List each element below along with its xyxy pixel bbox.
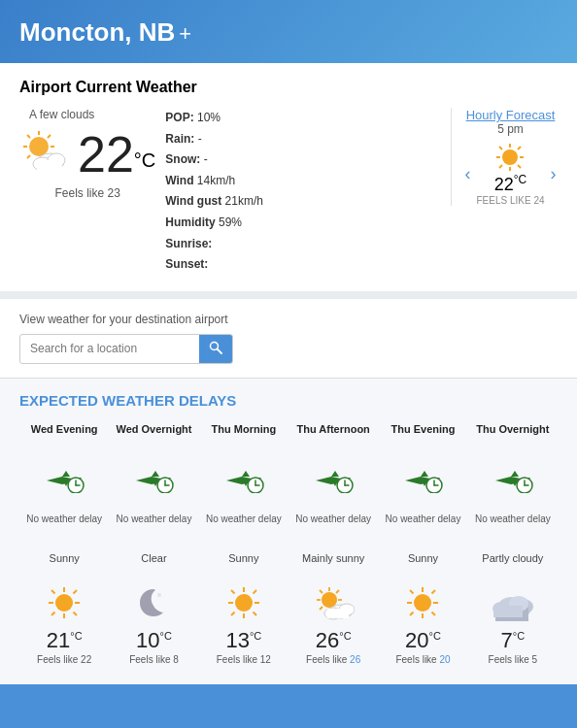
delay-status-text: No weather delay bbox=[475, 506, 551, 533]
delays-section: EXPECTED WEATHER DELAYS Wed Evening No w… bbox=[0, 379, 577, 684]
sun-icon bbox=[225, 584, 262, 621]
svg-point-27 bbox=[55, 594, 73, 612]
delay-temperature: 21°C bbox=[47, 630, 83, 651]
delay-plane-icon bbox=[43, 457, 85, 500]
delay-column-5: Thu Overnight No weather delay Partly cl… bbox=[468, 422, 558, 665]
search-button[interactable] bbox=[199, 335, 232, 363]
weather-left-panel: A few clouds bbox=[19, 108, 155, 200]
svg-line-50 bbox=[253, 590, 256, 594]
delay-plane-icon bbox=[401, 457, 444, 500]
svg-line-20 bbox=[518, 147, 521, 149]
delay-plane-icon bbox=[132, 457, 175, 500]
hourly-time: 5 pm bbox=[463, 122, 558, 136]
delay-plane-icon bbox=[312, 457, 355, 500]
svg-line-48 bbox=[231, 590, 235, 594]
delay-weather-condition: Sunny bbox=[408, 543, 438, 574]
delay-status-text: No weather delay bbox=[117, 506, 192, 533]
svg-line-21 bbox=[499, 165, 502, 168]
delay-day-label: Thu Evening bbox=[390, 422, 455, 449]
svg-line-33 bbox=[74, 612, 78, 615]
delay-weather-condition: Clear bbox=[141, 543, 166, 574]
delay-temperature: 26°C bbox=[316, 630, 352, 651]
sun-cloud-icon bbox=[19, 127, 70, 181]
svg-line-51 bbox=[231, 612, 235, 615]
hourly-feels-like: FEELS LIKE 24 bbox=[476, 195, 544, 206]
svg-line-77 bbox=[432, 612, 436, 615]
weather-details: POP: 10% Rain: - Snow: - Wind 14km/h Win… bbox=[165, 108, 441, 276]
delay-feels-like: Feels like 22 bbox=[37, 654, 91, 665]
delays-title: EXPECTED WEATHER DELAYS bbox=[19, 392, 558, 409]
delay-weather-icon bbox=[492, 581, 534, 624]
delays-grid: Wed Evening No weather delay Sunny 21°C … bbox=[19, 422, 558, 665]
svg-line-62 bbox=[336, 590, 339, 593]
city-title: Moncton, NB bbox=[19, 17, 175, 47]
delay-weather-condition: Mainly sunny bbox=[302, 543, 364, 574]
delay-feels-like: Feels like 12 bbox=[217, 654, 271, 665]
svg-line-19 bbox=[518, 165, 521, 168]
plane-delay-icon bbox=[312, 464, 355, 493]
plane-delay-icon bbox=[492, 464, 534, 493]
svg-rect-12 bbox=[37, 160, 62, 172]
delay-temperature: 13°C bbox=[225, 630, 261, 651]
plane-delay-icon bbox=[401, 464, 444, 493]
delay-status-text: No weather delay bbox=[26, 506, 102, 533]
svg-line-78 bbox=[432, 590, 436, 594]
delay-column-0: Wed Evening No weather delay Sunny 21°C … bbox=[19, 422, 109, 665]
sun-icon bbox=[404, 584, 441, 621]
delay-feels-like: Feels like 26 bbox=[306, 654, 360, 665]
delay-feels-like: Feels like 20 bbox=[395, 654, 450, 665]
delay-column-4: Thu Evening No weather delay Sunny 20°C … bbox=[378, 422, 467, 665]
delay-weather-icon bbox=[136, 581, 171, 624]
delay-feels-like: Feels like 5 bbox=[489, 654, 538, 665]
delay-day-label: Thu Overnight bbox=[476, 422, 549, 449]
delay-temperature: 7°C bbox=[501, 630, 526, 651]
delay-day-label: Wed Evening bbox=[31, 422, 98, 449]
plane-delay-icon bbox=[132, 464, 175, 493]
feels-like: Feels like 23 bbox=[54, 186, 119, 200]
delay-weather-icon bbox=[404, 581, 441, 624]
svg-line-60 bbox=[320, 590, 322, 593]
partly-cloudy-icon bbox=[492, 584, 534, 621]
svg-line-76 bbox=[410, 590, 414, 594]
svg-line-8 bbox=[27, 155, 30, 158]
add-city-button[interactable]: + bbox=[179, 21, 191, 46]
hourly-forecast-section: Hourly Forecast 5 pm ‹ bbox=[451, 108, 558, 206]
search-section: View weather for your destination airpor… bbox=[0, 299, 577, 378]
svg-point-43 bbox=[235, 594, 253, 612]
plane-delay-icon bbox=[222, 464, 265, 493]
delay-status-text: No weather delay bbox=[295, 506, 371, 533]
svg-point-39 bbox=[157, 593, 161, 597]
svg-line-79 bbox=[410, 612, 414, 615]
delay-status-text: No weather delay bbox=[206, 506, 282, 533]
search-input[interactable] bbox=[20, 336, 199, 361]
delay-plane-icon bbox=[222, 457, 265, 500]
svg-line-63 bbox=[320, 607, 322, 610]
delay-temperature: 10°C bbox=[136, 630, 172, 651]
delay-weather-icon bbox=[225, 581, 262, 624]
svg-line-32 bbox=[51, 590, 55, 594]
delay-day-label: Wed Overnight bbox=[116, 422, 191, 449]
search-icon bbox=[209, 341, 222, 354]
mainly-sunny-icon bbox=[312, 584, 355, 621]
moon-icon bbox=[136, 585, 171, 620]
hourly-next-button[interactable]: › bbox=[551, 164, 557, 184]
delay-weather-icon bbox=[312, 581, 355, 624]
delay-column-1: Wed Overnight No weather delay Clear 10°… bbox=[109, 422, 198, 665]
delay-weather-icon bbox=[46, 581, 83, 624]
delay-status-text: No weather delay bbox=[386, 506, 461, 533]
svg-line-34 bbox=[74, 590, 78, 594]
hourly-prev-button[interactable]: ‹ bbox=[464, 164, 470, 184]
svg-line-23 bbox=[218, 348, 222, 353]
delay-plane-icon bbox=[492, 457, 534, 500]
weather-condition: A few clouds bbox=[29, 108, 94, 121]
header: Moncton, NB+ bbox=[0, 0, 577, 63]
hourly-temperature: 22°C bbox=[494, 173, 527, 195]
delay-weather-condition: Partly cloudy bbox=[482, 543, 543, 574]
svg-rect-67 bbox=[327, 609, 349, 618]
delay-day-label: Thu Afternoon bbox=[296, 422, 369, 449]
hourly-weather-icon bbox=[494, 142, 526, 173]
divider-1 bbox=[0, 291, 577, 299]
hourly-forecast-link[interactable]: Hourly Forecast bbox=[463, 108, 558, 122]
delay-column-2: Thu Morning No weather delay Sunny 13°C … bbox=[199, 422, 288, 665]
svg-line-18 bbox=[499, 147, 502, 149]
